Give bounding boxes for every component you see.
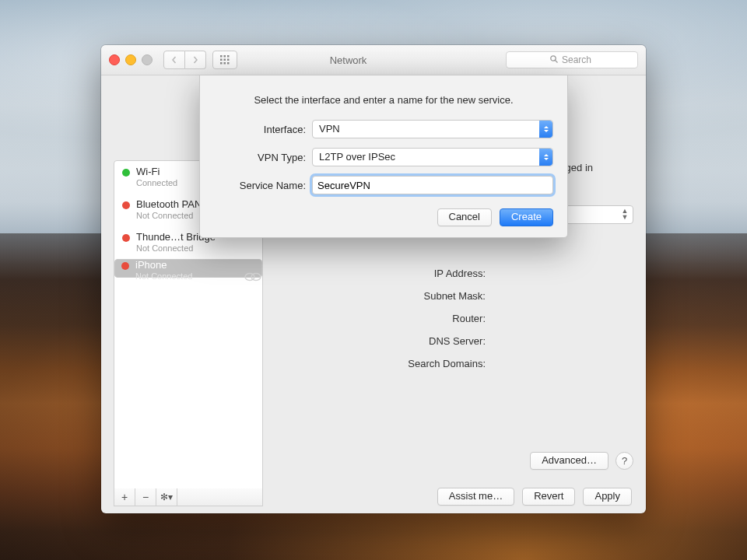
search-placeholder: Search — [562, 54, 591, 65]
assist-me-button[interactable]: Assist me… — [437, 488, 514, 506]
revert-button[interactable]: Revert — [522, 488, 575, 506]
label-subnet-mask: Subnet Mask: — [274, 290, 490, 313]
detail-labels: IP Address: Subnet Mask: Router: DNS Ser… — [274, 268, 490, 380]
service-name-input[interactable] — [312, 176, 553, 194]
status-dot-icon — [122, 234, 130, 242]
label-ip-address: IP Address: — [274, 268, 490, 290]
label-service-name: Service Name: — [214, 180, 306, 191]
service-name: iPhone — [135, 260, 192, 271]
vpn-type-select[interactable]: L2TP over IPSec — [312, 148, 553, 166]
link-chain-icon — [242, 269, 264, 285]
new-service-sheet: Select the interface and enter a name fo… — [199, 75, 568, 238]
svg-line-10 — [556, 61, 558, 63]
create-button[interactable]: Create — [500, 208, 553, 226]
status-dot-icon — [121, 262, 129, 270]
service-status: Not Connected — [136, 210, 202, 221]
bottom-button-bar: Assist me… Revert Apply — [101, 479, 646, 513]
row-service-name: Service Name: — [214, 176, 553, 194]
search-field[interactable]: Search — [506, 51, 638, 68]
label-search-domains: Search Domains: — [274, 358, 490, 380]
chevron-updown-icon — [539, 121, 552, 138]
window-title: Network — [197, 54, 500, 66]
service-name: Wi-Fi — [136, 166, 177, 177]
label-interface: Interface: — [214, 124, 306, 135]
minimize-icon[interactable] — [125, 54, 136, 65]
chevron-updown-icon: ▲▼ — [619, 208, 631, 220]
zoom-icon — [142, 54, 153, 65]
row-interface: Interface: VPN — [214, 120, 553, 138]
sidebar-item-iphone[interactable]: iPhone Not Connected — [114, 259, 262, 278]
status-dot-icon — [122, 201, 130, 209]
advanced-button[interactable]: Advanced… — [530, 452, 608, 470]
service-status: Connected — [136, 177, 177, 188]
apply-button[interactable]: Apply — [583, 488, 632, 506]
svg-point-9 — [551, 56, 556, 61]
label-dns-server: DNS Server: — [274, 335, 490, 358]
svg-point-12 — [251, 274, 261, 281]
row-vpn-type: VPN Type: L2TP over IPSec — [214, 148, 553, 166]
titlebar: Network Search — [101, 45, 646, 75]
help-button[interactable]: ? — [615, 452, 633, 470]
back-button[interactable] — [163, 51, 185, 69]
vpn-type-value: L2TP over IPSec — [319, 151, 395, 163]
sheet-button-row: Cancel Create — [214, 208, 553, 226]
sheet-heading: Select the interface and enter a name fo… — [214, 94, 553, 106]
service-name: Bluetooth PAN — [136, 199, 202, 210]
close-icon[interactable] — [109, 54, 120, 65]
interface-select[interactable]: VPN — [312, 120, 553, 138]
service-status: Not Connected — [136, 243, 216, 254]
label-vpn-type: VPN Type: — [214, 152, 306, 163]
chevron-left-icon — [170, 56, 178, 64]
status-dot-icon — [122, 169, 130, 177]
cancel-button[interactable]: Cancel — [437, 208, 492, 226]
search-icon — [549, 54, 559, 66]
desktop-background: Network Search Wi-Fi Connected Bluetooth… — [0, 0, 747, 560]
traffic-lights — [109, 54, 153, 65]
chevron-updown-icon — [539, 149, 552, 166]
label-router: Router: — [274, 313, 490, 335]
interface-value: VPN — [319, 123, 340, 135]
service-status: Not Connected — [135, 271, 192, 282]
